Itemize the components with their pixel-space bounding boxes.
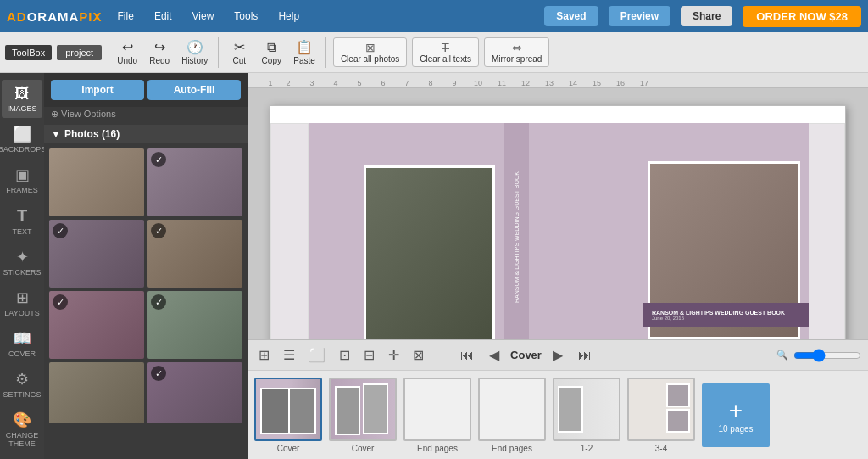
photo-thumb[interactable]: ✓ (147, 362, 242, 423)
clear-photos-icon: ⊠ (365, 41, 376, 54)
page-navigation: ⏮ ◀ Cover ▶ ⏭ (446, 344, 606, 366)
check-badge: ✓ (53, 223, 68, 238)
menu-file[interactable]: File (113, 7, 139, 25)
photo-thumb[interactable]: ✓ (147, 148, 242, 216)
menu-view[interactable]: View (187, 7, 220, 25)
view-options[interactable]: ⊕ View Options (44, 107, 248, 125)
menu-edit[interactable]: Edit (149, 7, 177, 25)
project-tab[interactable]: project (57, 45, 102, 60)
fit-width-button[interactable]: ⊟ (359, 344, 379, 366)
photo-thumb[interactable]: ✓ (49, 220, 144, 288)
split-view-button[interactable]: ⊠ (409, 344, 428, 366)
filmstrip-page34[interactable]: 3-4 (627, 378, 695, 453)
film-thumb-cover2[interactable] (329, 378, 397, 441)
clear-texts-button[interactable]: T̶ Clear all texts (412, 37, 479, 67)
tool-frames[interactable]: ▣ FRAMES (2, 160, 42, 199)
check-badge: ✓ (151, 294, 166, 310)
photos-header: ▼ Photos (16) (44, 125, 248, 143)
change-theme-icon: 🎨 (13, 411, 31, 429)
copy-button[interactable]: ⧉ Copy (256, 37, 287, 68)
film-thumb-page12[interactable] (553, 378, 620, 441)
sidebar-top: Import Auto-Fill (44, 73, 248, 107)
left-tools: 🖼 IMAGES ⬜ BACKDROPS ▣ FRAMES T TEXT ✦ S… (0, 73, 44, 459)
redo-button[interactable]: ↪ Redo (144, 36, 175, 68)
cut-button[interactable]: ✂ Cut (224, 36, 254, 68)
autofill-button[interactable]: Auto-Fill (147, 80, 241, 100)
filmstrip-page12[interactable]: 1-2 (553, 378, 620, 453)
zoom-slider[interactable] (793, 349, 861, 362)
cover-icon: 📖 (13, 329, 31, 348)
more-pages-label: 10 pages (718, 424, 753, 434)
filmstrip-endpages1[interactable]: End pages (403, 378, 471, 453)
paste-button[interactable]: 📋 Paste (288, 36, 320, 68)
check-badge: ✓ (53, 294, 68, 310)
photo-thumb[interactable] (49, 362, 144, 423)
film-thumb-page34[interactable] (627, 378, 695, 441)
menu-tools[interactable]: Tools (229, 7, 263, 25)
menu-help[interactable]: Help (273, 7, 304, 25)
tool-settings[interactable]: ⚙ SETTINGS (2, 365, 42, 404)
crop-button[interactable]: ✛ (384, 344, 403, 366)
tool-backdrops[interactable]: ⬜ BACKDROPS (2, 120, 42, 159)
first-page-button[interactable]: ⏮ (456, 345, 478, 366)
separator (218, 37, 219, 68)
check-badge: ✓ (151, 366, 166, 381)
order-button[interactable]: ORDER NOW $28 (743, 6, 861, 27)
tool-stickers[interactable]: ✦ STICKERS (2, 243, 42, 282)
mirror-spread-button[interactable]: ⇔ Mirror spread (484, 37, 549, 67)
book-left-flap (270, 123, 309, 339)
check-badge: ✓ (151, 223, 166, 238)
main-area: 🖼 IMAGES ⬜ BACKDROPS ▣ FRAMES T TEXT ✦ S… (0, 73, 868, 459)
clear-photos-button[interactable]: ⊠ Clear all photos (333, 37, 407, 67)
spine-text: RANSOM & LIGHTIPS WEDDING GUEST BOOK (514, 171, 520, 303)
toolbar: ToolBox project ↩ Undo ↪ Redo 🕐 History … (0, 32, 868, 73)
tool-cover[interactable]: 📖 COVER (2, 324, 42, 363)
film-label-page12: 1-2 (581, 444, 593, 453)
tool-images[interactable]: 🖼 IMAGES (2, 80, 42, 118)
next-page-button[interactable]: ▶ (548, 344, 567, 366)
saved-button[interactable]: Saved (544, 6, 598, 26)
history-icon: 🕐 (186, 39, 203, 55)
tool-change-theme[interactable]: 🎨 CHANGE THEME (2, 406, 42, 453)
tool-text[interactable]: T TEXT (2, 201, 42, 241)
fit-page-button[interactable]: ⊡ (335, 344, 354, 366)
photo-thumb[interactable]: ✓ (147, 220, 242, 288)
more-pages-button[interactable]: + 10 pages (702, 383, 770, 447)
text-icon: T (17, 206, 27, 226)
back-cover-photo[interactable] (364, 165, 495, 339)
tool-layouts[interactable]: ⊞ LAYOUTS (2, 283, 42, 322)
triangle-icon: ▼ (51, 128, 61, 140)
cut-icon: ✂ (234, 39, 245, 55)
photo-thumb[interactable] (49, 148, 144, 216)
film-thumb-endpages1[interactable] (403, 378, 471, 441)
filmstrip-cover2[interactable]: Cover (329, 378, 397, 453)
undo-button[interactable]: ↩ Undo (112, 36, 142, 68)
square-view-button[interactable]: ⬜ (304, 344, 330, 366)
book-back[interactable]: And above all these, put on love, which … (309, 123, 504, 339)
list-view-button[interactable]: ☰ (279, 344, 299, 366)
photos-grid: ✓ ✓ ✓ ✓ ✓ ✓ ✓ (44, 143, 248, 423)
filmstrip-more[interactable]: + 10 pages (702, 383, 770, 447)
film-thumb-endpages2[interactable] (478, 378, 546, 441)
cover-banner: RANSOM & LIGHTIPS WEDDING GUEST BOOK Jun… (643, 303, 809, 327)
undo-icon: ↩ (122, 39, 133, 55)
film-thumb-cover[interactable] (254, 378, 322, 441)
book-spine: RANSOM & LIGHTIPS WEDDING GUEST BOOK (504, 123, 529, 339)
prev-page-button[interactable]: ◀ (485, 344, 504, 366)
photo-thumb[interactable]: ✓ (147, 291, 242, 359)
last-page-button[interactable]: ⏭ (574, 345, 596, 366)
book-front[interactable]: RANSOM & LIGHTIPS WEDDING GUEST BOOK Jun… (529, 123, 809, 339)
share-button[interactable]: Share (681, 6, 732, 26)
filmstrip-cover[interactable]: Cover (254, 378, 322, 453)
film-label-cover2: Cover (352, 444, 375, 453)
history-button[interactable]: 🕐 History (176, 36, 213, 68)
paste-icon: 📋 (296, 39, 313, 55)
grid-view-button[interactable]: ⊞ (254, 344, 274, 366)
preview-button[interactable]: Preview (609, 6, 670, 26)
filmstrip-endpages2[interactable]: End pages (478, 378, 546, 453)
mirror-icon: ⇔ (512, 41, 522, 54)
import-button[interactable]: Import (51, 80, 144, 100)
film-label-cover: Cover (277, 444, 300, 453)
film-label-endpages1: End pages (417, 444, 458, 453)
photo-thumb[interactable]: ✓ (49, 291, 144, 359)
